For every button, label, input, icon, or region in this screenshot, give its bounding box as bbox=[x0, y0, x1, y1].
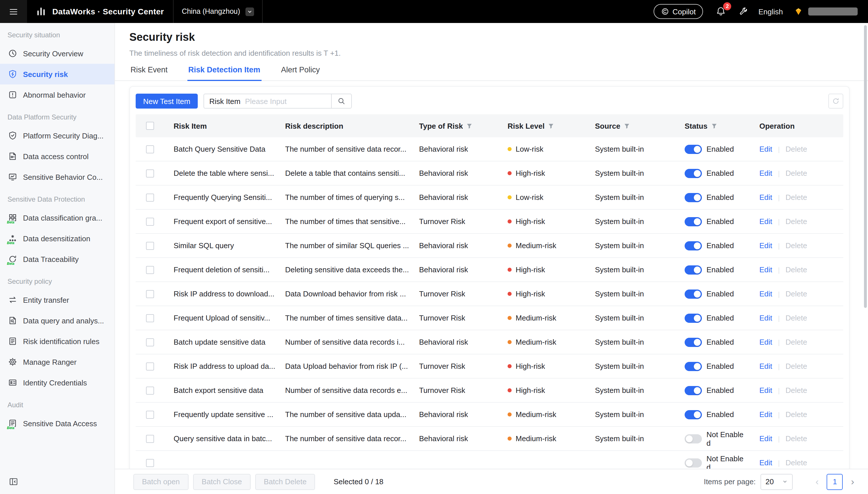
sidebar-item-identity-credentials[interactable]: Identity Credentials bbox=[0, 372, 114, 393]
edit-link[interactable]: Edit bbox=[759, 265, 772, 274]
refresh-button[interactable] bbox=[828, 94, 843, 109]
sidebar-item-data-desensitization[interactable]: BetaData desensitization bbox=[0, 228, 114, 249]
edit-link[interactable]: Edit bbox=[759, 410, 772, 419]
filter-icon[interactable] bbox=[548, 122, 554, 129]
search-input[interactable] bbox=[245, 97, 326, 106]
sidebar-item-data-access-control[interactable]: Data access control bbox=[0, 146, 114, 167]
row-checkbox[interactable] bbox=[146, 193, 154, 201]
row-checkbox[interactable] bbox=[146, 242, 154, 250]
delete-link[interactable]: Delete bbox=[786, 241, 807, 250]
edit-link[interactable]: Edit bbox=[759, 314, 772, 322]
edit-link[interactable]: Edit bbox=[759, 458, 772, 467]
batch-delete-button[interactable]: Batch Delete bbox=[255, 474, 315, 490]
row-checkbox[interactable] bbox=[146, 362, 154, 370]
row-checkbox[interactable] bbox=[146, 459, 154, 467]
edit-link[interactable]: Edit bbox=[759, 193, 772, 202]
sidebar-item-abnormal-behavior[interactable]: Abnormal behavior bbox=[0, 84, 114, 105]
row-checkbox[interactable] bbox=[146, 338, 154, 346]
status-toggle[interactable] bbox=[685, 265, 702, 274]
tab-alert-policy[interactable]: Alert Policy bbox=[280, 65, 321, 80]
status-toggle[interactable] bbox=[685, 410, 702, 419]
row-checkbox[interactable] bbox=[146, 266, 154, 274]
sidebar-item-sensitive-behavior-co[interactable]: Sensitive Behavior Co... bbox=[0, 167, 114, 187]
account-name-masked[interactable] bbox=[808, 7, 858, 16]
status-toggle[interactable] bbox=[685, 241, 702, 250]
filter-icon[interactable] bbox=[711, 122, 717, 129]
prev-page-button[interactable]: ‹ bbox=[815, 477, 818, 487]
edit-link[interactable]: Edit bbox=[759, 217, 772, 226]
copilot-button[interactable]: Copilot bbox=[653, 4, 703, 19]
delete-link[interactable]: Delete bbox=[786, 289, 807, 298]
collapse-sidebar-button[interactable] bbox=[8, 476, 18, 486]
delete-link[interactable]: Delete bbox=[786, 362, 807, 370]
edit-link[interactable]: Edit bbox=[759, 145, 772, 153]
edit-link[interactable]: Edit bbox=[759, 362, 772, 370]
notifications-button[interactable]: 2 bbox=[716, 6, 726, 17]
sidebar-item-data-classification-gra[interactable]: BetaData classification gra... bbox=[0, 207, 114, 228]
delete-link[interactable]: Delete bbox=[786, 265, 807, 274]
new-test-item-button[interactable]: New Test Item bbox=[136, 94, 198, 109]
select-all-checkbox[interactable] bbox=[146, 122, 154, 130]
status-toggle[interactable] bbox=[685, 169, 702, 178]
next-page-button[interactable]: › bbox=[851, 477, 854, 487]
delete-link[interactable]: Delete bbox=[786, 193, 807, 202]
delete-link[interactable]: Delete bbox=[786, 314, 807, 322]
tools-button[interactable] bbox=[739, 7, 748, 16]
row-checkbox[interactable] bbox=[146, 169, 154, 177]
items-per-page-select[interactable]: 20 bbox=[760, 474, 792, 490]
delete-link[interactable]: Delete bbox=[786, 217, 807, 226]
sidebar-item-risk-identification-rules[interactable]: Risk identification rules bbox=[0, 331, 114, 352]
member-level-icon[interactable] bbox=[793, 6, 804, 17]
status-toggle[interactable] bbox=[685, 434, 702, 443]
sidebar-item-data-query-and-analys[interactable]: Data query and analys... bbox=[0, 310, 114, 331]
status-toggle[interactable] bbox=[685, 458, 702, 467]
delete-link[interactable]: Delete bbox=[786, 338, 807, 346]
edit-link[interactable]: Edit bbox=[759, 338, 772, 346]
edit-link[interactable]: Edit bbox=[759, 169, 772, 177]
row-checkbox[interactable] bbox=[146, 386, 154, 394]
delete-link[interactable]: Delete bbox=[786, 386, 807, 395]
row-checkbox[interactable] bbox=[146, 411, 154, 418]
status-toggle[interactable] bbox=[685, 338, 702, 347]
status-toggle[interactable] bbox=[685, 217, 702, 226]
row-checkbox[interactable] bbox=[146, 145, 154, 153]
status-toggle[interactable] bbox=[685, 386, 702, 395]
sidebar-item-entity-transfer[interactable]: Entity transfer bbox=[0, 289, 114, 310]
status-toggle[interactable] bbox=[685, 145, 702, 154]
sidebar-item-manage-ranger[interactable]: Manage Ranger bbox=[0, 352, 114, 372]
sidebar-item-platform-security-diag[interactable]: Platform Security Diag... bbox=[0, 125, 114, 146]
current-page[interactable]: 1 bbox=[827, 474, 843, 490]
language-selector[interactable]: English bbox=[758, 7, 783, 16]
delete-link[interactable]: Delete bbox=[786, 410, 807, 419]
page-scrollbar[interactable] bbox=[864, 25, 867, 308]
edit-link[interactable]: Edit bbox=[759, 434, 772, 443]
menu-button[interactable] bbox=[0, 0, 27, 23]
delete-link[interactable]: Delete bbox=[786, 458, 807, 467]
sidebar-item-security-overview[interactable]: Security Overview bbox=[0, 43, 114, 64]
edit-link[interactable]: Edit bbox=[759, 241, 772, 250]
delete-link[interactable]: Delete bbox=[786, 434, 807, 443]
region-selector[interactable]: China (Hangzhou) bbox=[173, 0, 262, 23]
tab-risk-detection-item[interactable]: Risk Detection Item bbox=[187, 65, 261, 80]
sidebar-item-data-traceability[interactable]: BetaData Traceability bbox=[0, 249, 114, 269]
status-toggle[interactable] bbox=[685, 362, 702, 371]
row-checkbox[interactable] bbox=[146, 217, 154, 226]
filter-icon[interactable] bbox=[624, 122, 630, 129]
status-toggle[interactable] bbox=[685, 314, 702, 323]
status-toggle[interactable] bbox=[685, 289, 702, 299]
batch-close-button[interactable]: Batch Close bbox=[193, 474, 251, 490]
sidebar-item-sensitive-data-access[interactable]: BetaSensitive Data Access bbox=[0, 413, 114, 434]
delete-link[interactable]: Delete bbox=[786, 169, 807, 177]
row-checkbox[interactable] bbox=[146, 435, 154, 442]
sidebar-item-security-risk[interactable]: Security risk bbox=[0, 64, 114, 84]
filter-icon[interactable] bbox=[466, 122, 473, 129]
row-checkbox[interactable] bbox=[146, 290, 154, 298]
tab-risk-event[interactable]: Risk Event bbox=[129, 65, 169, 80]
batch-open-button[interactable]: Batch open bbox=[133, 474, 188, 490]
search-button[interactable] bbox=[331, 94, 352, 109]
edit-link[interactable]: Edit bbox=[759, 289, 772, 298]
status-toggle[interactable] bbox=[685, 193, 702, 202]
delete-link[interactable]: Delete bbox=[786, 145, 807, 153]
search-box[interactable]: Risk Item bbox=[203, 94, 331, 109]
edit-link[interactable]: Edit bbox=[759, 386, 772, 395]
